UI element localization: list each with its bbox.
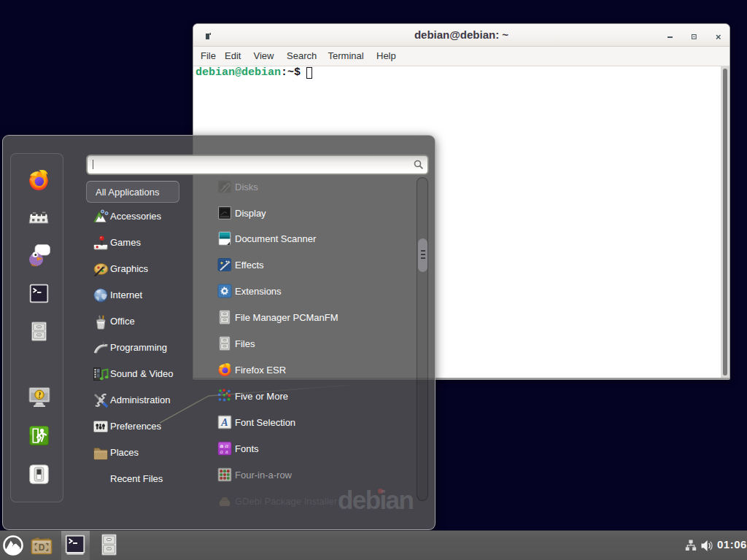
svg-text:D: D [39,542,45,553]
